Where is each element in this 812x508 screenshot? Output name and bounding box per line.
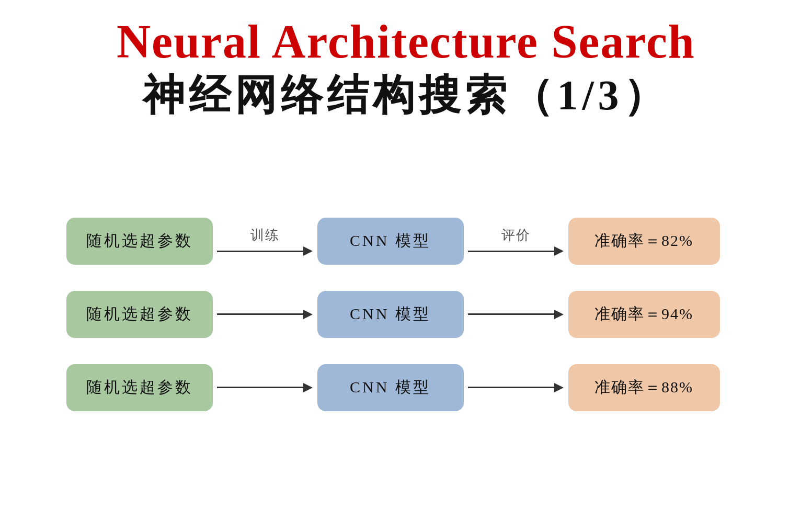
arrow-shaft — [468, 251, 554, 252]
input-box-3: 随机选超参数 — [66, 364, 213, 411]
eval-arrow-3 — [464, 383, 568, 392]
eval-label: 评价 — [501, 226, 531, 244]
flow-row-1: 随机选超参数 训练 CNN 模型 评价 准确率＝82% — [66, 218, 746, 265]
model-box-1: CNN 模型 — [317, 218, 464, 265]
arrow-line-6 — [468, 383, 564, 392]
train-arrow-1: 训练 — [213, 226, 317, 256]
model-box-3: CNN 模型 — [317, 364, 464, 411]
eval-arrow-1: 评价 — [464, 226, 568, 256]
arrow-line-2 — [468, 246, 564, 256]
arrow-shaft — [468, 313, 554, 315]
arrow-head — [303, 383, 313, 392]
title-chinese: 神经网络结构搜索（1/3） — [0, 70, 812, 120]
arrow-head — [303, 246, 313, 256]
arrow-head — [303, 310, 313, 319]
train-label: 训练 — [250, 226, 280, 244]
flow-row-2: 随机选超参数 CNN 模型 准确率＝94% — [66, 291, 746, 338]
arrow-head — [554, 246, 564, 256]
result-box-3: 准确率＝88% — [568, 364, 720, 411]
arrow-head — [554, 383, 564, 392]
train-arrow-3 — [213, 383, 317, 392]
arrow-head — [554, 310, 564, 319]
arrow-line-3 — [217, 310, 313, 319]
arrow-line-1 — [217, 246, 313, 256]
arrow-shaft — [217, 313, 303, 315]
arrow-shaft — [468, 387, 554, 388]
result-box-1: 准确率＝82% — [568, 218, 720, 265]
input-box-1: 随机选超参数 — [66, 218, 213, 265]
model-box-2: CNN 模型 — [317, 291, 464, 338]
input-box-2: 随机选超参数 — [66, 291, 213, 338]
eval-arrow-2 — [464, 310, 568, 319]
result-box-2: 准确率＝94% — [568, 291, 720, 338]
arrow-shaft — [217, 387, 303, 388]
diagram-section: 随机选超参数 训练 CNN 模型 评价 准确率＝82% 随机选超参数 — [0, 131, 812, 508]
train-arrow-2 — [213, 310, 317, 319]
arrow-line-4 — [468, 310, 564, 319]
flow-row-3: 随机选超参数 CNN 模型 准确率＝88% — [66, 364, 746, 411]
title-section: Neural Architecture Search 神经网络结构搜索（1/3） — [0, 0, 812, 131]
title-english: Neural Architecture Search — [0, 16, 812, 67]
arrow-shaft — [217, 251, 303, 252]
arrow-line-5 — [217, 383, 313, 392]
